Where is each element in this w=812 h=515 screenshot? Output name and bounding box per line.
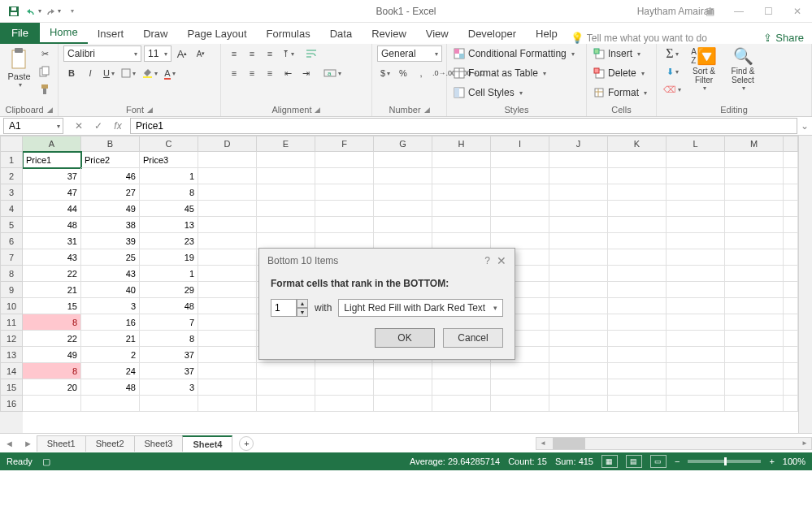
cell[interactable] bbox=[608, 396, 667, 412]
cell[interactable]: 21 bbox=[81, 331, 140, 347]
cell[interactable]: 8 bbox=[23, 314, 81, 331]
cell[interactable]: 46 bbox=[81, 168, 140, 184]
cell[interactable] bbox=[608, 152, 667, 168]
sheet-tab-sheet4[interactable]: Sheet4 bbox=[182, 435, 232, 452]
cell[interactable] bbox=[725, 379, 784, 396]
cell[interactable] bbox=[257, 152, 315, 168]
cell[interactable]: 22 bbox=[23, 266, 81, 282]
col-header-B[interactable]: B bbox=[81, 136, 140, 152]
cell[interactable] bbox=[432, 184, 491, 201]
fx-icon[interactable]: fx bbox=[112, 120, 124, 132]
cell[interactable] bbox=[667, 363, 725, 379]
cell[interactable] bbox=[667, 184, 725, 201]
row-header-3[interactable]: 3 bbox=[0, 184, 23, 201]
cell[interactable] bbox=[608, 184, 667, 201]
font-color-button[interactable]: A bbox=[162, 65, 178, 81]
cell[interactable] bbox=[725, 184, 784, 201]
cell[interactable] bbox=[315, 168, 374, 184]
cell[interactable] bbox=[198, 266, 257, 282]
page-layout-view-button[interactable]: ▤ bbox=[626, 455, 642, 468]
cell[interactable] bbox=[549, 363, 608, 379]
cell[interactable]: 29 bbox=[140, 282, 198, 298]
cell[interactable]: 43 bbox=[23, 249, 81, 266]
align-right-button[interactable]: ≡ bbox=[262, 65, 278, 81]
maximize-button[interactable]: ☐ bbox=[757, 6, 779, 17]
cell[interactable] bbox=[432, 168, 491, 184]
cell[interactable]: 37 bbox=[23, 168, 81, 184]
cell[interactable] bbox=[257, 168, 315, 184]
cell[interactable] bbox=[491, 184, 549, 201]
cell[interactable] bbox=[315, 379, 374, 396]
cell[interactable] bbox=[198, 184, 257, 201]
cell[interactable]: 24 bbox=[81, 363, 140, 379]
cell[interactable] bbox=[725, 314, 784, 331]
cell[interactable] bbox=[725, 152, 784, 168]
cell[interactable] bbox=[725, 347, 784, 363]
paste-button[interactable]: Paste bbox=[5, 45, 33, 89]
cell[interactable] bbox=[315, 217, 374, 233]
cell[interactable]: 27 bbox=[81, 184, 140, 201]
format-as-table-button[interactable]: Format as Table bbox=[452, 65, 548, 81]
cell[interactable]: 43 bbox=[81, 266, 140, 282]
formula-input[interactable]: Price1 bbox=[130, 118, 797, 134]
cell[interactable] bbox=[432, 201, 491, 217]
cell[interactable] bbox=[257, 379, 315, 396]
conditional-formatting-button[interactable]: Conditional Formatting bbox=[452, 45, 576, 62]
cell[interactable] bbox=[374, 168, 432, 184]
cell[interactable] bbox=[257, 363, 315, 379]
shrink-font-button[interactable]: A▾ bbox=[193, 45, 209, 62]
qat-customize-icon[interactable]: ▾ bbox=[63, 2, 81, 20]
wrap-text-button[interactable] bbox=[304, 45, 320, 62]
cell[interactable] bbox=[549, 314, 608, 331]
autosum-button[interactable]: Σ bbox=[662, 45, 683, 62]
cell[interactable] bbox=[549, 298, 608, 314]
cell[interactable] bbox=[725, 201, 784, 217]
cell[interactable] bbox=[549, 217, 608, 233]
rank-spinner[interactable]: ▲▼ bbox=[271, 299, 308, 317]
cell[interactable] bbox=[667, 249, 725, 266]
cell[interactable]: 16 bbox=[81, 314, 140, 331]
cell[interactable] bbox=[257, 217, 315, 233]
align-bottom-button[interactable]: ≡ bbox=[262, 45, 278, 62]
fill-color-button[interactable] bbox=[140, 65, 159, 81]
row-header-6[interactable]: 6 bbox=[0, 233, 23, 249]
cell[interactable] bbox=[315, 233, 374, 249]
border-button[interactable] bbox=[119, 65, 137, 81]
zoom-slider[interactable] bbox=[688, 460, 761, 463]
zoom-in-button[interactable]: + bbox=[769, 457, 774, 466]
number-launcher-icon[interactable]: ◢ bbox=[424, 106, 430, 114]
cell[interactable] bbox=[725, 396, 784, 412]
row-header-4[interactable]: 4 bbox=[0, 201, 23, 217]
spin-up-icon[interactable]: ▲ bbox=[297, 299, 308, 308]
cell[interactable] bbox=[198, 363, 257, 379]
sheet-tab-sheet1[interactable]: Sheet1 bbox=[37, 435, 86, 452]
name-box[interactable]: A1 bbox=[3, 118, 63, 134]
cell[interactable] bbox=[198, 249, 257, 266]
cell[interactable] bbox=[374, 363, 432, 379]
ok-button[interactable]: OK bbox=[375, 328, 435, 348]
cell[interactable] bbox=[725, 331, 784, 347]
comma-format-button[interactable]: , bbox=[413, 65, 429, 81]
cell[interactable] bbox=[549, 249, 608, 266]
cell[interactable] bbox=[608, 347, 667, 363]
cell[interactable] bbox=[374, 184, 432, 201]
row-header-11[interactable]: 11 bbox=[0, 314, 23, 331]
cell[interactable]: 20 bbox=[23, 379, 81, 396]
cell[interactable]: 48 bbox=[23, 217, 81, 233]
cell[interactable]: 38 bbox=[81, 217, 140, 233]
format-cells-button[interactable]: Format bbox=[592, 84, 649, 101]
insert-cells-button[interactable]: Insert bbox=[592, 45, 642, 62]
cell[interactable] bbox=[432, 396, 491, 412]
cell[interactable]: 25 bbox=[81, 249, 140, 266]
cell[interactable] bbox=[198, 379, 257, 396]
cell[interactable] bbox=[608, 249, 667, 266]
col-header-C[interactable]: C bbox=[140, 136, 198, 152]
cancel-button[interactable]: Cancel bbox=[443, 328, 503, 348]
sheet-nav-prev[interactable]: ◄ bbox=[0, 439, 19, 448]
col-header-F[interactable]: F bbox=[315, 136, 374, 152]
cell[interactable] bbox=[374, 217, 432, 233]
cell[interactable] bbox=[491, 152, 549, 168]
cell[interactable] bbox=[725, 249, 784, 266]
cell[interactable] bbox=[667, 201, 725, 217]
cell[interactable]: 3 bbox=[140, 379, 198, 396]
